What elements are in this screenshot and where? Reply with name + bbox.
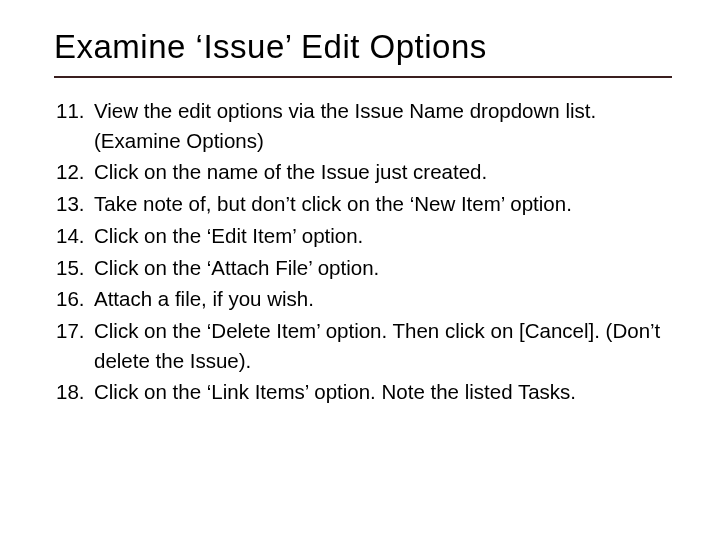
item-number: 16.: [54, 284, 94, 314]
item-text: Click on the ‘Link Items’ option. Note t…: [94, 377, 672, 407]
list-item: 15. Click on the ‘Attach File’ option.: [54, 253, 672, 283]
instruction-list: 11. View the edit options via the Issue …: [54, 96, 672, 407]
item-number: 17.: [54, 316, 94, 375]
list-item: 14. Click on the ‘Edit Item’ option.: [54, 221, 672, 251]
item-number: 18.: [54, 377, 94, 407]
item-text: Click on the name of the Issue just crea…: [94, 157, 672, 187]
list-item: 18. Click on the ‘Link Items’ option. No…: [54, 377, 672, 407]
list-item: 11. View the edit options via the Issue …: [54, 96, 672, 155]
list-item: 17. Click on the ‘Delete Item’ option. T…: [54, 316, 672, 375]
list-item: 12. Click on the name of the Issue just …: [54, 157, 672, 187]
list-item: 13. Take note of, but don’t click on the…: [54, 189, 672, 219]
item-text: Click on the ‘Edit Item’ option.: [94, 221, 672, 251]
page-title: Examine ‘Issue’ Edit Options: [54, 28, 672, 78]
item-text: Click on the ‘Delete Item’ option. Then …: [94, 316, 672, 375]
item-number: 12.: [54, 157, 94, 187]
item-number: 15.: [54, 253, 94, 283]
item-number: 14.: [54, 221, 94, 251]
item-number: 13.: [54, 189, 94, 219]
item-text: Click on the ‘Attach File’ option.: [94, 253, 672, 283]
item-text: Attach a file, if you wish.: [94, 284, 672, 314]
list-item: 16. Attach a file, if you wish.: [54, 284, 672, 314]
item-text: View the edit options via the Issue Name…: [94, 96, 672, 155]
item-number: 11.: [54, 96, 94, 155]
item-text: Take note of, but don’t click on the ‘Ne…: [94, 189, 672, 219]
